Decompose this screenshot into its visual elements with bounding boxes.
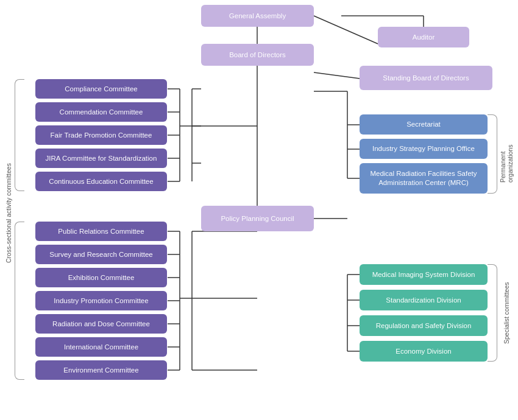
cross-bracket-bottom xyxy=(15,222,24,380)
mrc-node: Medical Radiation Facilities Safety Admi… xyxy=(360,163,488,194)
industry-strategy-node: Industry Strategy Planning Office xyxy=(360,139,488,159)
continuous-edu-node: Continuous Education Committee xyxy=(35,172,167,191)
international-node: International Committee xyxy=(35,337,167,357)
org-chart: General Assembly Auditor Board of Direct… xyxy=(0,0,518,420)
commendation-node: Commendation Committee xyxy=(35,102,167,122)
policy-planning-node: Policy Planning Council xyxy=(201,206,314,231)
board-of-directors-node: Board of Directors xyxy=(201,44,314,66)
survey-research-node: Survey and Research Committee xyxy=(35,245,167,264)
fair-trade-node: Fair Trade Promotion Committee xyxy=(35,125,167,145)
auditor-node: Auditor xyxy=(378,27,469,47)
cross-sectional-label: Cross-sectional activity committees xyxy=(2,122,15,304)
specialist-bracket xyxy=(488,264,497,362)
environment-node: Environment Committee xyxy=(35,360,167,380)
industry-promotion-node: Industry Promotion Committee xyxy=(35,291,167,310)
svg-line-6 xyxy=(314,72,360,79)
general-assembly-node: General Assembly xyxy=(201,5,314,27)
permanent-label: Permanent organizations xyxy=(500,128,513,183)
regulation-safety-node: Regulation and Safety Division xyxy=(360,315,488,336)
cross-bracket-top xyxy=(15,79,24,191)
exhibition-node: Exhibition Committee xyxy=(35,268,167,287)
secretariat-node: Secretariat xyxy=(360,114,488,135)
jira-node: JIRA Committee for Standardization xyxy=(35,149,167,168)
standing-board-node: Standing Board of Directors xyxy=(360,66,492,90)
standardization-div-node: Standardization Division xyxy=(360,290,488,310)
svg-line-1 xyxy=(314,16,378,44)
specialist-label: Specialist committees xyxy=(500,280,513,346)
public-relations-node: Public Relations Committee xyxy=(35,222,167,241)
compliance-node: Compliance Committee xyxy=(35,79,167,99)
permanent-bracket xyxy=(488,114,497,194)
radiation-dose-node: Radiation and Dose Committee xyxy=(35,314,167,334)
economy-div-node: Economy Division xyxy=(360,341,488,362)
medical-imaging-node: Medical Imaging System Division xyxy=(360,264,488,285)
